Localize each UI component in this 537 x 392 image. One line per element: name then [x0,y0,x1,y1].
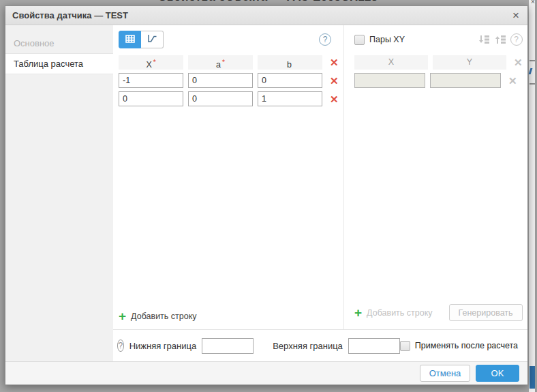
xy-header-row: X Y ✕ [354,55,523,70]
help-icon[interactable]: ? [510,33,523,46]
panels: ? X* a* b ✕ ✕ [113,25,527,329]
delete-all-rows-icon: ✕ [514,57,523,67]
close-icon[interactable]: × [511,10,521,21]
required-mark: * [153,59,156,66]
dialog-title: Свойства датчика — TEST [12,10,128,20]
plus-icon: + [354,308,362,318]
column-header-y: Y [433,55,506,70]
xy-row: ✕ [354,73,523,88]
line-chart-icon [147,34,157,45]
table-grid-icon [125,35,135,45]
lower-bound-label: Нижняя граница [129,341,197,351]
cell-a-input[interactable] [188,91,253,106]
column-header-x: X* [119,55,183,70]
background-close-icon: × [531,0,535,5]
background-page-heading: Свойства объекта — ГАЗ-Е005ОХ123 [158,0,378,4]
pair-y-input [430,73,501,88]
spacer [354,91,523,299]
sidebar: Основное Таблица расчета [5,25,113,361]
screen: Свойства объекта — ГАЗ-Е005ОХ123 × Свойс… [0,0,537,392]
column-header-a: a* [188,55,253,70]
column-header-x: X [354,55,428,70]
pairs-xy-checkbox[interactable] [354,35,365,45]
xy-icon-group: ? [478,33,523,46]
cell-x-input[interactable] [119,91,183,106]
view-toolbar: ? [119,31,343,48]
delete-all-rows-icon[interactable]: ✕ [330,57,339,67]
required-mark: * [222,59,225,66]
help-icon[interactable]: ? [319,33,331,46]
generate-button[interactable]: Генерировать [449,304,523,321]
delete-row-icon[interactable]: ✕ [330,76,339,86]
delete-row-icon: ✕ [508,76,517,86]
table-row: ✕ [119,73,343,88]
lower-bound-input[interactable] [202,338,254,354]
pair-x-input [354,73,425,88]
insert-row-below-icon[interactable] [478,34,491,46]
background-page-top: Свойства объекта — ГАЗ-Е005ОХ123 [0,0,529,5]
bounds-row: ? Нижняя граница Верхняя граница Применя… [113,329,527,361]
chart-view-toggle[interactable] [141,31,164,48]
plus-icon: + [119,312,126,321]
cell-b-input[interactable] [258,91,322,106]
add-xy-row-button: + Добавить строку Генерировать [354,304,523,321]
column-header-b: b [258,55,322,70]
apply-after-calc-label: Применять после расчета [415,341,518,350]
add-row-label: Добавить строку [131,312,196,321]
upper-bound-label: Верхняя граница [273,341,343,351]
background-page-edge: × [529,0,537,392]
xy-toolbar: Пары XY ? [354,31,523,48]
apply-after-calc-group: Применять после расчета [400,341,518,351]
sidebar-item-calc-table[interactable]: Таблица расчета [5,54,113,74]
cell-b-input[interactable] [258,73,322,88]
cell-a-input[interactable] [188,73,253,88]
cell-x-input[interactable] [119,73,183,88]
pairs-xy-label: Пары XY [369,35,405,44]
table-view-toggle[interactable] [119,31,141,48]
spacer [119,110,343,306]
dialog-titlebar: Свойства датчика — TEST × [5,6,527,25]
dialog-footer: Отмена OK [5,361,527,385]
cancel-button[interactable]: Отмена [420,365,470,382]
sidebar-item-main[interactable]: Основное [5,33,113,54]
insert-row-above-icon[interactable] [494,34,507,46]
sensor-properties-dialog: Свойства датчика — TEST × Основное Табли… [5,5,528,385]
content-area: ? X* a* b ✕ ✕ [113,25,527,361]
table-row: ✕ [119,91,343,106]
xy-pairs-panel: Пары XY ? [344,25,528,329]
upper-bound-input[interactable] [348,338,400,354]
apply-after-calc-checkbox[interactable] [400,341,410,351]
add-row-label: Добавить строку [367,308,432,318]
background-blue-mark [529,68,533,74]
delete-row-icon[interactable]: ✕ [330,94,339,104]
dialog-body: Основное Таблица расчета [5,25,527,361]
add-row-button[interactable]: + Добавить строку [119,312,343,321]
ok-button[interactable]: OK [476,365,519,382]
view-toggle-group [119,31,164,48]
coefficient-panel: ? X* a* b ✕ ✕ [113,25,344,329]
help-icon[interactable]: ? [117,340,124,352]
table-header-row: X* a* b ✕ [119,55,343,70]
